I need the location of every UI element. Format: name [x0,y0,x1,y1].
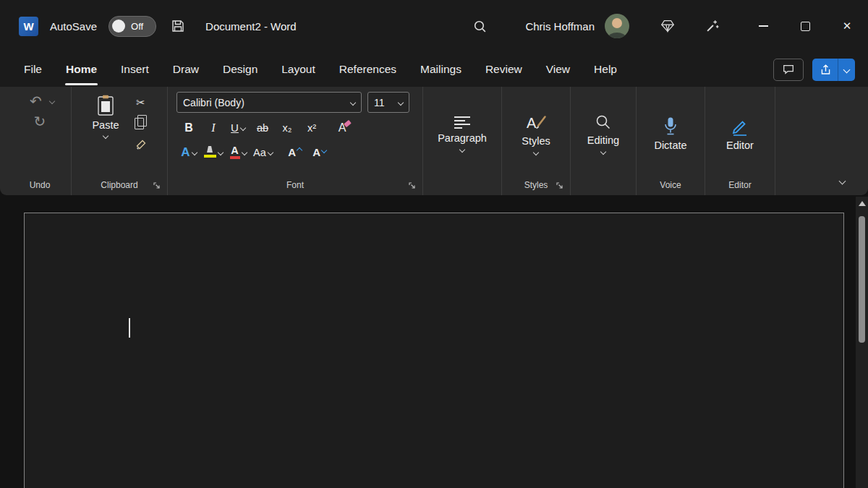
search-button[interactable] [469,16,490,37]
cut-button[interactable]: ✂ [129,93,153,112]
tab-mailings[interactable]: Mailings [420,60,462,79]
tab-help[interactable]: Help [593,60,618,79]
autosave-state: Off [131,21,143,32]
sparkle-wand-icon [705,18,720,34]
paragraph-dropdown-icon [459,146,465,152]
font-size-select[interactable]: 11 [367,92,409,113]
editor-button[interactable]: Editor [708,92,772,176]
font-size-value: 11 [374,97,385,108]
font-color-icon: A [230,145,240,160]
tab-file[interactable]: File [23,60,43,79]
coming-soon-button[interactable] [702,15,723,37]
save-icon [171,19,185,33]
chevron-down-icon [350,99,356,105]
document-title: Document2 - Word [205,20,297,33]
tab-design[interactable]: Design [222,60,258,79]
autosave-toggle[interactable]: Off [109,16,156,37]
text-effects-dropdown-icon[interactable] [191,149,197,155]
scrollbar-thumb[interactable] [859,216,865,343]
paste-label: Paste [92,119,119,131]
font-name-value: Calibri (Body) [183,97,244,108]
close-button[interactable]: ✕ [826,0,868,52]
save-button[interactable] [168,16,188,36]
undo-dropdown-icon[interactable] [49,98,55,104]
titlebar: W AutoSave Off Document2 - Word Chris H [0,0,868,52]
premium-gem-button[interactable] [657,15,678,37]
styles-group: A Styles Styles [502,87,571,195]
format-painter-icon [135,139,147,150]
clear-formatting-button[interactable]: A [330,118,354,137]
search-icon [472,19,488,34]
styles-icon: A [525,113,547,132]
tab-review[interactable]: Review [485,60,523,79]
text-effects-icon: A [181,145,190,160]
share-dropdown[interactable] [838,59,855,81]
format-painter-button[interactable] [129,135,153,154]
paste-dropdown-icon [103,133,109,139]
redo-button[interactable]: ↻ [30,114,51,129]
comments-button[interactable] [773,59,804,81]
subscript-button[interactable]: x₂ [275,118,299,137]
highlight-dropdown-icon[interactable] [218,149,224,155]
avatar[interactable] [605,14,629,38]
bold-button[interactable]: B [176,118,201,137]
paste-button[interactable]: Paste [86,92,124,141]
font-name-select[interactable]: Calibri (Body) [176,92,362,113]
tab-draw[interactable]: Draw [172,60,200,79]
user-name[interactable]: Chris Hoffman [525,20,595,33]
word-logo-letter: W [23,20,33,33]
shrink-font-button[interactable]: A [307,142,332,162]
tab-insert[interactable]: Insert [120,60,150,79]
scroll-up-button[interactable] [856,197,868,210]
clipboard-dialog-launcher[interactable] [153,181,161,189]
copy-button[interactable] [129,114,153,133]
undo-group-label: Undo [30,180,51,190]
minimize-button[interactable] [742,0,784,52]
clipboard-group: Paste ✂ [72,87,168,195]
document-page[interactable] [24,213,844,488]
editing-group: Editing [571,87,637,195]
editor-label: Editor [726,140,754,151]
italic-button[interactable]: I [201,118,226,137]
ribbon-tabs: File Home Insert Draw Design Layout Refe… [23,60,618,79]
ribbon-filler [775,87,862,195]
font-dialog-launcher[interactable] [408,181,416,189]
change-case-button[interactable]: Aa [250,142,276,162]
tab-layout[interactable]: Layout [281,60,316,79]
undo-button[interactable]: ↶ [25,93,46,109]
text-effects-button[interactable]: A [176,142,201,162]
vertical-scrollbar[interactable] [856,197,868,488]
tab-view[interactable]: View [545,60,571,79]
window-controls: ✕ [742,0,868,52]
tab-references[interactable]: References [339,60,397,79]
document-area [0,195,868,488]
toggle-knob-icon [112,20,125,33]
ribbon-tab-row: File Home Insert Draw Design Layout Refe… [0,52,868,87]
change-case-dropdown-icon[interactable] [268,149,273,155]
highlight-color-button[interactable] [201,142,226,162]
share-button[interactable] [812,59,855,81]
styles-dialog-launcher[interactable] [556,181,563,189]
editing-button[interactable]: Editing [574,92,633,176]
share-main[interactable] [812,59,838,81]
editor-group: Editor Editor [705,87,775,195]
underline-button[interactable]: U [226,118,250,137]
font-color-button[interactable]: A [226,142,250,162]
font-color-dropdown-icon[interactable] [241,149,247,155]
grow-font-button[interactable]: A [283,142,307,162]
collapse-ribbon-button[interactable] [840,179,845,184]
font-group: Calibri (Body) 11 B I U [168,87,423,195]
editing-dropdown-icon [600,149,606,155]
paragraph-button[interactable]: Paragraph [426,92,498,176]
gem-icon [660,18,676,34]
underline-dropdown-icon[interactable] [240,124,246,130]
clipboard-icon [97,95,114,116]
superscript-button[interactable]: x² [299,118,324,137]
styles-button[interactable]: A Styles [505,92,567,176]
tab-home[interactable]: Home [65,60,98,79]
dictate-button[interactable]: Dictate [639,92,702,176]
editor-group-label: Editor [728,180,751,190]
svg-text:A: A [527,115,537,131]
maximize-button[interactable] [784,0,826,52]
strikethrough-button[interactable]: ab [250,118,275,137]
